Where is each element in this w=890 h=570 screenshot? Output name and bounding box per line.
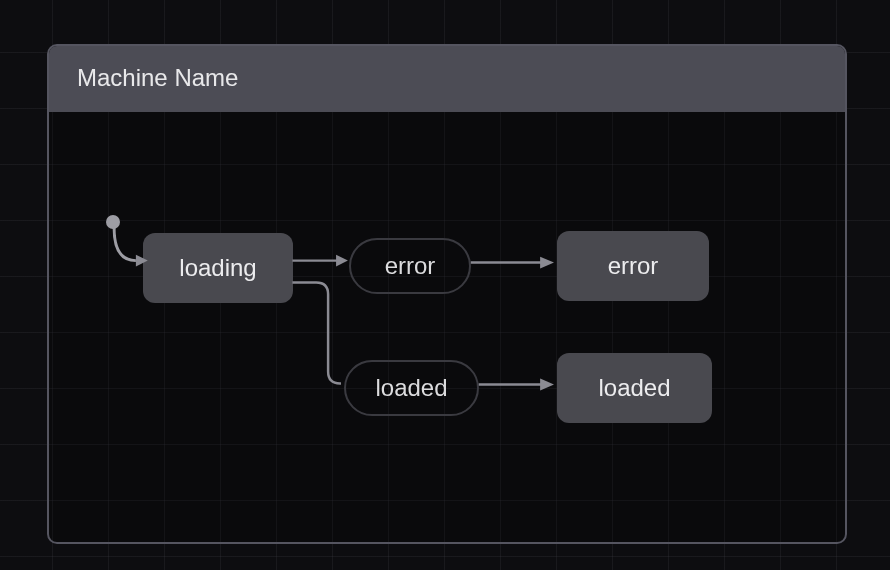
machine-header[interactable]: Machine Name xyxy=(49,46,845,112)
machine-panel[interactable]: Machine Name loading error error loaded … xyxy=(47,44,847,544)
initial-transition xyxy=(114,228,136,261)
transition-loading-to-loaded-event xyxy=(292,282,341,383)
state-node-loading[interactable]: loading xyxy=(143,233,293,303)
event-node-loaded[interactable]: loaded xyxy=(344,360,479,416)
arrow-head-icon xyxy=(540,379,554,391)
event-label: error xyxy=(385,252,436,280)
arrow-head-icon xyxy=(336,255,348,267)
event-node-error[interactable]: error xyxy=(349,238,471,294)
state-label: loaded xyxy=(598,374,670,402)
state-node-loaded[interactable]: loaded xyxy=(557,353,712,423)
initial-state-marker xyxy=(106,215,120,229)
state-label: error xyxy=(608,252,659,280)
connector-layer xyxy=(49,112,845,542)
machine-canvas[interactable]: loading error error loaded loaded xyxy=(49,112,845,542)
state-label: loading xyxy=(179,254,256,282)
arrow-head-icon xyxy=(540,257,554,269)
state-node-error[interactable]: error xyxy=(557,231,709,301)
event-label: loaded xyxy=(375,374,447,402)
machine-title: Machine Name xyxy=(77,64,817,92)
